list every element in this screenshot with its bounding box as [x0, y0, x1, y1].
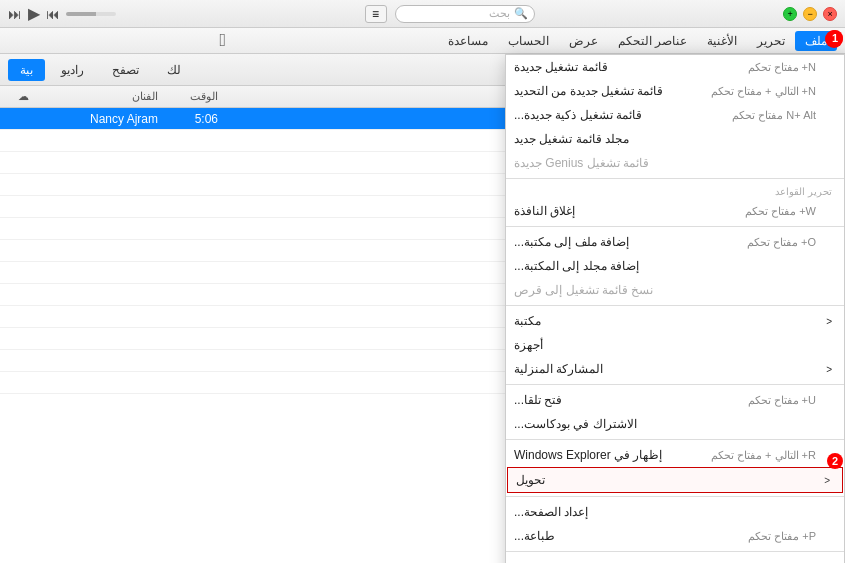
- dd-separator-6: [506, 496, 844, 497]
- menu-item-controls[interactable]: عناصر التحكم: [608, 31, 697, 51]
- cell-artist: Nancy Ajram: [38, 112, 158, 126]
- dd-add-lib-shortcut: O+ مفتاح تحكم: [747, 236, 816, 249]
- playback-controls: ⏮ ▶ ⏭: [8, 4, 116, 23]
- dd-print-label: طباعة...: [514, 529, 555, 543]
- volume-slider[interactable]: [66, 12, 116, 16]
- dd-burn-label: نسخ قائمة تشغيل إلى قرص: [514, 283, 653, 297]
- dd-library-sub[interactable]: < مكتبة: [506, 309, 844, 333]
- dd-sharing-arrow: <: [826, 364, 832, 375]
- search-placeholder: بحث: [489, 7, 510, 20]
- menu-item-help[interactable]: مساعدة: [438, 31, 498, 51]
- dd-genius-label: قائمة تشغيل Genius جديدة: [514, 156, 649, 170]
- dd-print[interactable]: P+ مفتاح تحكم طباعة...: [506, 524, 844, 548]
- dd-separator-1: [506, 178, 844, 179]
- dd-convert-arrow: <: [824, 475, 830, 486]
- dd-new-playlist-sel-label: قائمة تشغيل جديدة من التحديد: [514, 84, 663, 98]
- prev-button[interactable]: ⏮: [46, 6, 60, 22]
- dd-section-edit-rules: تحرير القواعد: [506, 182, 844, 199]
- callout-2-label: 2: [832, 455, 838, 467]
- menu-button[interactable]: ≡: [365, 5, 387, 23]
- menubar: ملف تحرير الأغنية عناصر التحكم عرض الحسا…: [0, 28, 845, 54]
- titlebar-center: 🔍 بحث ≡: [365, 5, 535, 23]
- dd-close-shortcut: W+ مفتاح تحكم: [745, 205, 816, 218]
- dd-new-folder[interactable]: مجلد قائمة تشغيل جديد: [506, 127, 844, 151]
- tab-radio[interactable]: راديو: [49, 59, 96, 81]
- dd-burn-disc: نسخ قائمة تشغيل إلى قرص: [506, 278, 844, 302]
- callout-1-label: 1: [832, 32, 838, 44]
- col-artist: الفنان: [38, 90, 158, 103]
- dd-new-smart-playlist[interactable]: N+ Alt مفتاح تحكم قائمة تشغيل ذكية جديدة…: [506, 103, 844, 127]
- dd-folder-label: مجلد قائمة تشغيل جديد: [514, 132, 629, 146]
- maximize-button[interactable]: +: [783, 7, 797, 21]
- dd-library-label: مكتبة: [514, 314, 541, 328]
- callout-badge-2: 2: [827, 453, 843, 469]
- dd-separator-7: [506, 551, 844, 552]
- dd-separator-4: [506, 384, 844, 385]
- dd-add-lib-label: إضافة ملف إلى مكتبة...: [514, 235, 629, 249]
- dd-smart-label: قائمة تشغيل ذكية جديدة...: [514, 108, 642, 122]
- dd-show-in-explorer[interactable]: R+ التالي + مفتاح تحكم إظهار في Windows …: [506, 443, 844, 467]
- dd-genius-playlist: قائمة تشغيل Genius جديدة: [506, 151, 844, 175]
- play-button[interactable]: ▶: [28, 4, 40, 23]
- dd-add-to-lib[interactable]: O+ مفتاح تحكم إضافة ملف إلى مكتبة...: [506, 230, 844, 254]
- dd-new-playlist[interactable]: N+ مفتاح تحكم قائمة تشغيل جديدة: [506, 55, 844, 79]
- search-box: 🔍 بحث: [395, 5, 535, 23]
- dd-subscribe-podcast[interactable]: الاشتراك في بودكاست...: [506, 412, 844, 436]
- tab-library[interactable]: لك: [155, 59, 193, 81]
- dd-new-playlist-selection[interactable]: N+ التالي + مفتاح تحكم قائمة تشغيل جديدة…: [506, 79, 844, 103]
- col-time: الوقت: [158, 90, 218, 103]
- minimize-button[interactable]: −: [803, 7, 817, 21]
- dd-explorer-shortcut: R+ التالي + مفتاح تحكم: [711, 449, 816, 462]
- menu-item-account[interactable]: الحساب: [498, 31, 559, 51]
- dd-add-folder[interactable]: إضافة مجلد إلى المكتبة...: [506, 254, 844, 278]
- window-controls: × − +: [783, 7, 837, 21]
- dd-devices-label: أجهزة: [514, 338, 543, 352]
- next-button[interactable]: ⏭: [8, 6, 22, 22]
- dd-new-playlist-sel-shortcut: N+ التالي + مفتاح تحكم: [711, 85, 816, 98]
- dd-quit[interactable]: خروج: [506, 555, 844, 563]
- close-button[interactable]: ×: [823, 7, 837, 21]
- dd-convert-label: تحويل: [516, 473, 545, 487]
- dd-separator-2: [506, 226, 844, 227]
- dd-library-arrow: <: [826, 316, 832, 327]
- tab-browse[interactable]: تصفح: [100, 59, 151, 81]
- dd-home-sharing-sub[interactable]: < المشاركة المنزلية: [506, 357, 844, 381]
- menu-item-edit[interactable]: تحرير: [747, 31, 795, 51]
- dd-devices-sub[interactable]: أجهزة: [506, 333, 844, 357]
- callout-badge-1: 1: [827, 30, 843, 46]
- menu-item-view[interactable]: عرض: [559, 31, 608, 51]
- dd-smart-shortcut: N+ Alt مفتاح تحكم: [732, 109, 816, 122]
- dd-podcast-label: الاشتراك في بودكاست...: [514, 417, 637, 431]
- dd-get-info-label: فتح تلقا...: [514, 393, 562, 407]
- dd-explorer-label: إظهار في Windows Explorer: [514, 448, 662, 462]
- search-icon: 🔍: [514, 7, 528, 20]
- dd-close-label: إغلاق النافذة: [514, 204, 575, 218]
- dd-page-setup-label: إعداد الصفحة...: [514, 505, 588, 519]
- titlebar: × − + 🔍 بحث ≡ ⏮ ▶ ⏭: [0, 0, 845, 28]
- dd-add-folder-label: إضافة مجلد إلى المكتبة...: [514, 259, 639, 273]
- dd-convert[interactable]: < تحويل: [507, 467, 843, 493]
- tab-store[interactable]: بية: [8, 59, 45, 81]
- cell-time: 5:06: [158, 112, 218, 126]
- dd-print-shortcut: P+ مفتاح تحكم: [748, 530, 816, 543]
- dd-page-setup[interactable]: إعداد الصفحة...: [506, 500, 844, 524]
- menu-item-songs[interactable]: الأغنية: [697, 31, 747, 51]
- dd-close-window[interactable]: W+ مفتاح تحكم إغلاق النافذة: [506, 199, 844, 223]
- col-cloud: ☁: [8, 90, 38, 103]
- dd-separator-3: [506, 305, 844, 306]
- dd-get-info-shortcut: U+ مفتاح تحكم: [748, 394, 817, 407]
- dd-new-playlist-label: قائمة تشغيل جديدة: [514, 60, 608, 74]
- apple-logo: : [220, 30, 227, 51]
- dd-new-playlist-shortcut: N+ مفتاح تحكم: [748, 61, 817, 74]
- file-dropdown-menu: N+ مفتاح تحكم قائمة تشغيل جديدة N+ التال…: [505, 54, 845, 563]
- dd-sharing-label: المشاركة المنزلية: [514, 362, 603, 376]
- dd-separator-5: [506, 439, 844, 440]
- dd-get-info[interactable]: U+ مفتاح تحكم فتح تلقا...: [506, 388, 844, 412]
